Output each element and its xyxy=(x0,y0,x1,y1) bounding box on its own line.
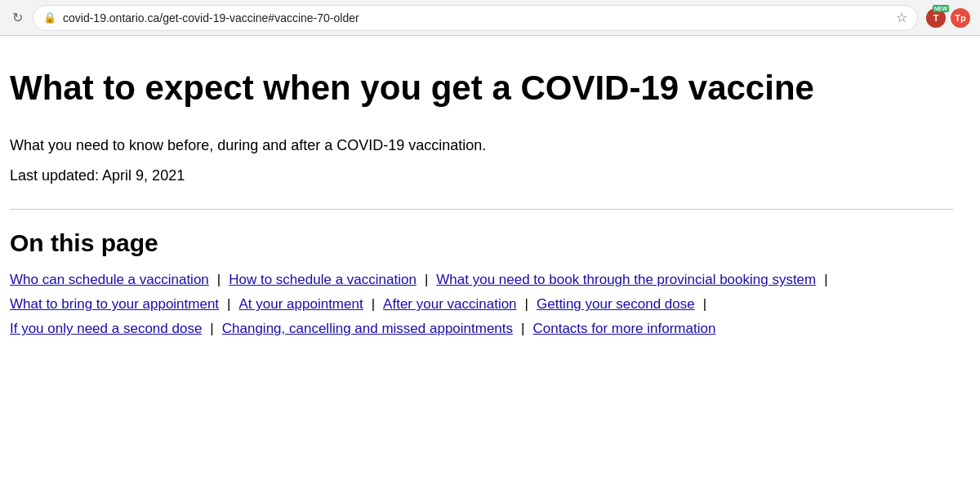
extension-1[interactable]: T NEW xyxy=(926,8,946,28)
on-this-page-heading: On this page xyxy=(10,229,954,257)
separator: | xyxy=(372,296,375,313)
link-what-you-need[interactable]: What you need to book through the provin… xyxy=(436,272,816,288)
bookmark-icon[interactable]: ☆ xyxy=(896,10,907,25)
nav-row-2: What to bring to your appointment | At y… xyxy=(10,296,954,313)
section-divider xyxy=(10,209,954,210)
separator: | xyxy=(824,272,827,288)
link-after-vaccination[interactable]: After your vaccination xyxy=(383,296,516,313)
browser-extensions: T NEW Tp xyxy=(926,8,970,28)
separator: | xyxy=(210,321,213,337)
separator: | xyxy=(703,296,706,313)
link-who-can-schedule[interactable]: Who can schedule a vaccination xyxy=(10,272,209,288)
link-changing[interactable]: Changing, cancelling and missed appointm… xyxy=(222,321,513,337)
link-second-dose[interactable]: Getting your second dose xyxy=(537,296,695,313)
link-contacts[interactable]: Contacts for more information xyxy=(532,321,715,337)
address-bar[interactable]: 🔒 covid-19.ontario.ca/get-covid-19-vacci… xyxy=(33,5,918,31)
last-updated: Last updated: April 9, 2021 xyxy=(10,167,954,184)
separator: | xyxy=(217,272,220,288)
url-text: covid-19.ontario.ca/get-covid-19-vaccine… xyxy=(63,11,889,24)
nav-links-container: Who can schedule a vaccination | How to … xyxy=(10,272,954,337)
separator: | xyxy=(521,321,524,337)
page-subtitle: What you need to know before, during and… xyxy=(10,137,954,154)
extension-2[interactable]: Tp xyxy=(951,8,970,28)
new-badge: NEW xyxy=(933,5,949,12)
link-only-second-dose[interactable]: If you only need a second dose xyxy=(10,321,202,337)
link-what-to-bring[interactable]: What to bring to your appointment xyxy=(10,296,219,313)
reload-icon: ↻ xyxy=(12,10,23,25)
link-at-your-appointment[interactable]: At your appointment xyxy=(239,296,363,313)
browser-chrome: ↻ 🔒 covid-19.ontario.ca/get-covid-19-vac… xyxy=(0,0,980,36)
lock-icon: 🔒 xyxy=(43,11,56,24)
separator: | xyxy=(227,296,230,313)
nav-row-1: Who can schedule a vaccination | How to … xyxy=(10,272,954,288)
reload-button[interactable]: ↻ xyxy=(10,11,24,25)
page-title: What to expect when you get a COVID-19 v… xyxy=(10,69,954,108)
page-content: What to expect when you get a COVID-19 v… xyxy=(0,36,964,353)
separator: | xyxy=(525,296,528,313)
link-how-to-schedule[interactable]: How to schedule a vaccination xyxy=(229,272,416,288)
nav-row-3: If you only need a second dose | Changin… xyxy=(10,321,954,337)
separator: | xyxy=(425,272,428,288)
